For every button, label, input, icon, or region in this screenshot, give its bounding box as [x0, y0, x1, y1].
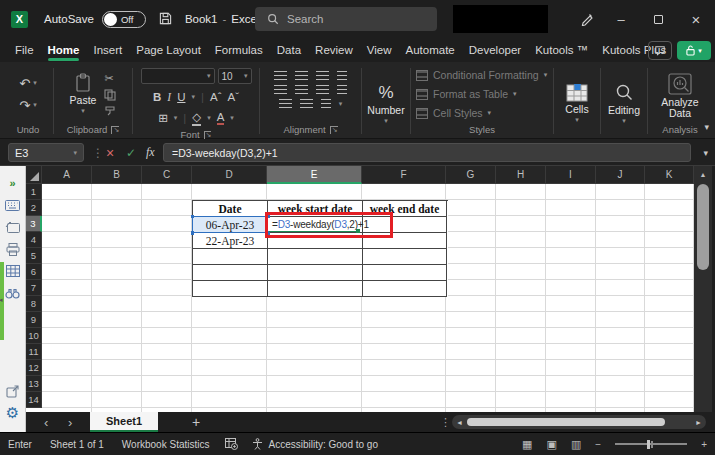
column-header-A[interactable]: A [42, 166, 92, 184]
table-cell[interactable] [268, 281, 363, 297]
table-cell[interactable] [363, 249, 447, 265]
tab-data[interactable]: Data [270, 40, 308, 61]
zoom-slider[interactable] [615, 443, 687, 445]
font-name-combobox[interactable]: ▾ [141, 68, 215, 84]
borders-button[interactable]: ⊞ [158, 111, 168, 125]
scroll-right-arrow-icon[interactable]: ► [691, 419, 706, 426]
normal-view-button[interactable]: ▦ [522, 438, 532, 451]
horizontal-scrollbar[interactable]: ◄ ► [452, 415, 706, 429]
collapse-pane-arrow-icon[interactable]: ◂ [0, 296, 3, 304]
fill-color-button[interactable]: ◇ [192, 110, 201, 126]
zoom-in-button[interactable]: + [701, 439, 707, 450]
row-header-5[interactable]: 5 [26, 248, 42, 264]
shrink-font-button[interactable]: Aˇ [227, 91, 239, 103]
excel-app-icon[interactable]: X [11, 11, 28, 28]
row-header-13[interactable]: 13 [26, 376, 42, 392]
column-header-F[interactable]: F [362, 166, 446, 184]
tab-developer[interactable]: Developer [462, 40, 528, 61]
page-break-view-button[interactable]: ▥ [571, 438, 581, 451]
tab-bar-more-dots[interactable]: ⋮ [440, 412, 451, 432]
cancel-entry-button[interactable]: × [106, 143, 114, 162]
row-header-14[interactable]: 14 [26, 392, 42, 408]
enter-formula-button[interactable]: ✓ [126, 143, 136, 162]
table-cell[interactable] [363, 281, 447, 297]
table-cell[interactable] [193, 265, 268, 281]
popout-pane-button[interactable] [0, 380, 25, 402]
scroll-left-arrow-icon[interactable]: ◄ [452, 419, 467, 426]
tab-home[interactable]: Home [41, 40, 87, 61]
row-header-4[interactable]: 4 [26, 232, 42, 248]
align-left-button[interactable] [274, 85, 287, 94]
tab-insert[interactable]: Insert [86, 40, 129, 61]
zoom-out-button[interactable]: − [595, 439, 601, 450]
table-header-cell[interactable]: Date [193, 201, 268, 217]
horizontal-scroll-thumb[interactable] [467, 418, 665, 426]
font-color-button[interactable]: A [217, 111, 225, 125]
number-format-button[interactable]: % Number ▾ [367, 80, 404, 125]
collapse-ribbon-chevron[interactable]: ▾ [704, 122, 709, 132]
decrease-indent-button[interactable] [279, 99, 292, 108]
insert-function-button[interactable]: fx [146, 143, 155, 162]
page-layout-view-button[interactable]: ▣ [547, 438, 557, 451]
column-header-C[interactable]: C [142, 166, 192, 184]
sheet-cells[interactable]: Dateweek start dateweek end date06-Apr-2… [42, 184, 694, 412]
increase-indent-button[interactable] [300, 99, 313, 108]
prev-sheet-button[interactable]: ‹ [44, 412, 48, 432]
zoom-slider-thumb[interactable] [647, 440, 650, 449]
share-button[interactable]: ▾ [677, 41, 711, 60]
format-painter-icon[interactable] [104, 105, 116, 117]
tab-page-layout[interactable]: Page Layout [129, 40, 208, 61]
add-sheet-button[interactable]: + [192, 412, 200, 432]
row-header-1[interactable]: 1 [26, 184, 42, 200]
wrap-text-button[interactable] [337, 85, 347, 94]
italic-button[interactable]: I [167, 91, 171, 103]
vertical-scrollbar[interactable]: ▲ [694, 166, 712, 412]
table-cell[interactable] [363, 265, 447, 281]
select-all-corner[interactable] [26, 166, 42, 184]
comments-button[interactable] [648, 41, 672, 60]
scroll-up-arrow-icon[interactable]: ▲ [694, 166, 712, 183]
align-bottom-button[interactable] [316, 71, 329, 80]
grow-font-button[interactable]: Aˆ [210, 91, 222, 103]
maximize-button[interactable] [641, 0, 675, 38]
formula-input[interactable]: =D3-weekday(D3,2)+1 [163, 143, 691, 162]
table-cell[interactable] [268, 249, 363, 265]
tab-kutools[interactable]: Kutools ™ [528, 40, 595, 61]
cut-button[interactable]: ✂ [104, 72, 116, 85]
bold-button[interactable]: B [153, 91, 161, 103]
analyze-data-button[interactable]: Analyze Data [661, 70, 698, 119]
column-header-G[interactable]: G [446, 166, 496, 184]
row-header-8[interactable]: 8 [26, 296, 42, 312]
tab-formulas[interactable]: Formulas [208, 40, 270, 61]
print-pane-button[interactable] [0, 238, 25, 260]
underline-button[interactable]: U [177, 91, 185, 103]
column-header-I[interactable]: I [546, 166, 596, 184]
row-header-9[interactable]: 9 [26, 312, 42, 328]
tab-view[interactable]: View [360, 40, 399, 61]
expand-pane-button[interactable]: » [0, 172, 25, 194]
undo-button[interactable]: ↶▾ [19, 73, 36, 93]
row-header-6[interactable]: 6 [26, 264, 42, 280]
column-header-H[interactable]: H [496, 166, 546, 184]
row-header-10[interactable]: 10 [26, 328, 42, 344]
sheet-count[interactable]: Sheet 1 of 1 [50, 439, 104, 450]
autosave-toggle[interactable]: Off [102, 11, 146, 28]
draw-pen-icon[interactable] [570, 0, 604, 38]
sheet-tab-sheet1[interactable]: Sheet1 [90, 412, 158, 432]
expand-formula-bar-chevron[interactable]: ▾ [703, 143, 708, 162]
vertical-scroll-thumb[interactable] [697, 184, 709, 270]
accessibility-status[interactable]: Accessibility: Good to go [268, 439, 378, 450]
font-dialog-launcher[interactable]: ↘ [204, 131, 212, 139]
tab-review[interactable]: Review [308, 40, 360, 61]
settings-pane-button[interactable]: ⚙ [0, 402, 25, 424]
column-header-B[interactable]: B [92, 166, 142, 184]
table-cell[interactable] [268, 265, 363, 281]
font-size-combobox[interactable]: 10▾ [218, 68, 252, 84]
alignment-dialog-launcher[interactable]: ↘ [330, 126, 338, 134]
formula-bar-dots[interactable]: ⋮ [92, 143, 104, 162]
conditional-formatting-button[interactable]: Conditional Formatting ▾ [412, 67, 552, 84]
column-header-D[interactable]: D [192, 166, 267, 184]
redo-button[interactable]: ↷▾ [19, 95, 36, 115]
close-button[interactable]: × [679, 0, 713, 38]
save-icon[interactable] [159, 12, 172, 27]
